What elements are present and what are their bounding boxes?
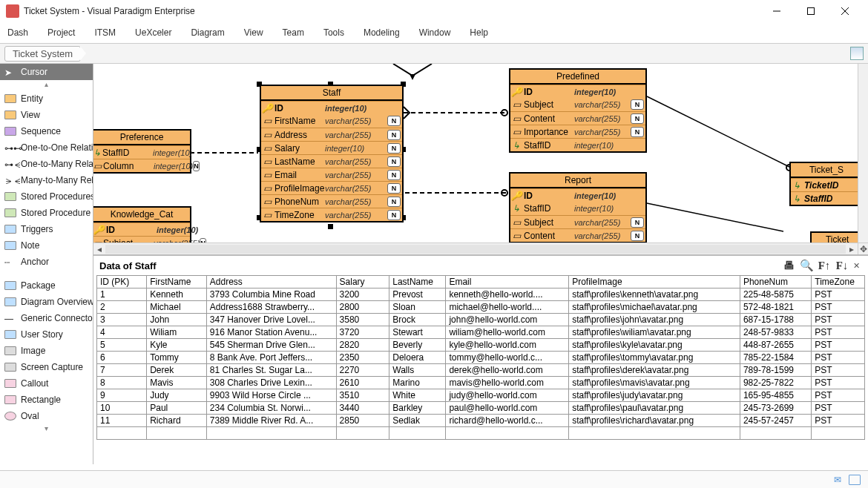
table-row[interactable]: 5Kyle545 Sherman Drive Glen...2820Beverl…: [97, 339, 865, 352]
menu-tools[interactable]: Tools: [323, 27, 344, 38]
doc-icon[interactable]: [849, 475, 861, 485]
menu-itsm[interactable]: ITSM: [94, 27, 116, 38]
column-header[interactable]: ProfileImage: [569, 276, 740, 288]
palette-cursor[interactable]: ➤Cursor: [0, 64, 93, 80]
cell[interactable]: 11: [97, 415, 147, 427]
cell[interactable]: PST: [812, 364, 865, 377]
cell[interactable]: tommy@hello-world.c...: [446, 352, 569, 364]
cell[interactable]: wiliam@hello-world.com: [446, 326, 569, 339]
cell[interactable]: Paul: [147, 402, 207, 415]
cell[interactable]: Michael: [147, 301, 207, 314]
palette-stored-procedure-result[interactable]: Stored Procedure Resultset: [0, 205, 93, 221]
find-icon[interactable]: 🔍: [798, 258, 815, 273]
close-panel-icon[interactable]: ✕: [850, 261, 862, 271]
palette-generic-connector[interactable]: —Generic Connector: [0, 310, 93, 326]
cell[interactable]: 789-78-1599: [740, 364, 811, 377]
cell[interactable]: Marino: [389, 377, 446, 389]
table-row[interactable]: [97, 427, 865, 440]
cell[interactable]: john@hello-world.com: [446, 314, 569, 326]
column-header[interactable]: Email: [446, 276, 569, 288]
cell[interactable]: 1: [97, 288, 147, 301]
table-row[interactable]: 6Tommy8 Bank Ave. Port Jeffers...2350Del…: [97, 352, 865, 364]
menu-project[interactable]: Project: [47, 27, 75, 38]
cell[interactable]: 687-15-1788: [740, 314, 811, 326]
cell[interactable]: 785-22-1584: [740, 352, 811, 364]
palette-callout[interactable]: Callout: [0, 375, 93, 392]
cell[interactable]: 10: [97, 402, 147, 415]
table-row[interactable]: 9Judy9903 Wild Horse Circle ...3510White…: [97, 389, 865, 402]
cell[interactable]: 2800: [336, 301, 389, 314]
table-row[interactable]: 11Richard7389 Middle River Rd. A...2850S…: [97, 415, 865, 427]
cell[interactable]: 2610: [336, 377, 389, 389]
cell[interactable]: 8 Bank Ave. Port Jeffers...: [206, 352, 336, 364]
cell[interactable]: 916 Manor Station Avenu...: [206, 326, 336, 339]
maximize-button[interactable]: [794, 0, 828, 22]
entity-ticket-s[interactable]: Ticket_S ↳TicketID ↳StaffID: [789, 162, 864, 206]
palette-image[interactable]: Image: [0, 343, 93, 359]
cell[interactable]: Walls: [389, 364, 446, 377]
cell[interactable]: staff\profiles\john\avatar.png: [569, 314, 740, 326]
palette-one-to-one[interactable]: ⊶⊷One-to-One Relationship: [0, 139, 93, 156]
cell[interactable]: [206, 427, 336, 440]
cell[interactable]: Sloan: [389, 301, 446, 314]
mail-icon[interactable]: ✉: [834, 475, 841, 485]
breadcrumb[interactable]: Ticket System: [4, 46, 81, 62]
cell[interactable]: Kenneth: [147, 288, 207, 301]
palette-note[interactable]: Note: [0, 237, 93, 254]
cell[interactable]: 448-87-2655: [740, 339, 811, 352]
resize-grip-icon[interactable]: ✥: [858, 243, 868, 254]
menu-dash[interactable]: Dash: [7, 27, 28, 38]
palette-view[interactable]: View: [0, 107, 93, 123]
column-header[interactable]: TimeZone: [812, 276, 865, 288]
vertical-scrollbar[interactable]: [858, 64, 868, 243]
cell[interactable]: 234 Columbia St. Norwi...: [206, 402, 336, 415]
cell[interactable]: Deloera: [389, 352, 446, 364]
table-row[interactable]: 3John347 Hanover Drive Lovel...3580Brock…: [97, 314, 865, 326]
cell[interactable]: kenneth@hello-world....: [446, 288, 569, 301]
cell[interactable]: 3580: [336, 314, 389, 326]
cell[interactable]: Wiliam: [147, 326, 207, 339]
cell[interactable]: John: [147, 314, 207, 326]
cell[interactable]: PST: [812, 288, 865, 301]
cell[interactable]: 5: [97, 339, 147, 352]
sort-desc-icon[interactable]: F↓: [834, 258, 850, 273]
cell[interactable]: 245-73-2699: [740, 402, 811, 415]
menu-view[interactable]: View: [244, 27, 263, 38]
cell[interactable]: 3793 Columbia Mine Road: [206, 288, 336, 301]
cell[interactable]: [389, 427, 446, 440]
cell[interactable]: staff\profiles\wiliam\avatar.png: [569, 326, 740, 339]
close-button[interactable]: [828, 0, 862, 22]
cell[interactable]: PST: [812, 314, 865, 326]
diagram-canvas[interactable]: Preference ↳StaffIDinteger(10) ▭Columnin…: [93, 64, 868, 255]
cell[interactable]: 572-48-1821: [740, 301, 811, 314]
table-row[interactable]: 4Wiliam916 Manor Station Avenu...3720Ste…: [97, 326, 865, 339]
table-row[interactable]: 2MichaelAddress1688 Strawberry...2800Slo…: [97, 301, 865, 314]
cell[interactable]: 3510: [336, 389, 389, 402]
table-row[interactable]: 1Kenneth3793 Columbia Mine Road3200Prevo…: [97, 288, 865, 301]
cell[interactable]: staff\profiles\kyle\avatar.png: [569, 339, 740, 352]
cell[interactable]: paul@hello-world.com: [446, 402, 569, 415]
table-row[interactable]: 10Paul234 Columbia St. Norwi...3440Barkl…: [97, 402, 865, 415]
cell[interactable]: staff\profiles\mavis\avatar.png: [569, 377, 740, 389]
menu-help[interactable]: Help: [470, 27, 488, 38]
cell[interactable]: 9: [97, 389, 147, 402]
cell[interactable]: 308 Charles Drive Lexin...: [206, 377, 336, 389]
cell[interactable]: 2270: [336, 364, 389, 377]
entity-staff[interactable]: Staff 🔑IDinteger(10) ▭FirstNamevarchar(2…: [260, 85, 404, 222]
cell[interactable]: 81 Charles St. Sugar La...: [206, 364, 336, 377]
palette-stored-procedures[interactable]: Stored Procedures: [0, 188, 93, 205]
layout-icon[interactable]: [850, 47, 864, 60]
palette-screen-capture[interactable]: Screen Capture: [0, 359, 93, 375]
cell[interactable]: 3200: [336, 288, 389, 301]
cell[interactable]: [336, 427, 389, 440]
column-header[interactable]: LastName: [389, 276, 446, 288]
entity-report[interactable]: Report 🔑IDinteger(10) ↳StaffIDinteger(10…: [509, 172, 647, 243]
cell[interactable]: derek@hello-world.com: [446, 364, 569, 377]
palette-entity[interactable]: Entity: [0, 90, 93, 107]
data-grid[interactable]: ID (PK)FirstNameAddressSalaryLastNameEma…: [93, 275, 868, 464]
cell[interactable]: staff\profiles\derek\avatar.png: [569, 364, 740, 377]
cell[interactable]: PST: [812, 339, 865, 352]
cell[interactable]: PST: [812, 389, 865, 402]
cell[interactable]: 2820: [336, 339, 389, 352]
palette-anchor[interactable]: ┄Anchor: [0, 254, 93, 270]
